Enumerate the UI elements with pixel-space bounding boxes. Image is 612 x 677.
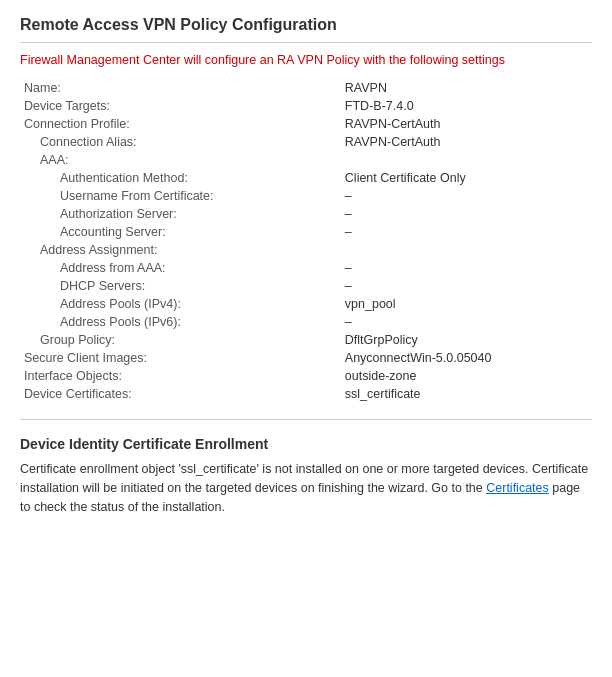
field-label: Interface Objects: bbox=[20, 367, 341, 385]
field-label: DHCP Servers: bbox=[20, 277, 341, 295]
table-row: Address from AAA:– bbox=[20, 259, 592, 277]
field-value: vpn_pool bbox=[341, 295, 592, 313]
table-row: Device Targets:FTD-B-7.4.0 bbox=[20, 97, 592, 115]
field-label: Address Assignment: bbox=[20, 241, 341, 259]
field-value: – bbox=[341, 205, 592, 223]
field-label: Secure Client Images: bbox=[20, 349, 341, 367]
field-label: Address Pools (IPv4): bbox=[20, 295, 341, 313]
table-row: Secure Client Images:AnyconnectWin-5.0.0… bbox=[20, 349, 592, 367]
enrollment-title: Device Identity Certificate Enrollment bbox=[20, 436, 592, 452]
table-row: Name:RAVPN bbox=[20, 79, 592, 97]
field-value: FTD-B-7.4.0 bbox=[341, 97, 592, 115]
page-title: Remote Access VPN Policy Configuration bbox=[20, 16, 592, 34]
table-row: Address Pools (IPv6):– bbox=[20, 313, 592, 331]
field-label: Connection Profile: bbox=[20, 115, 341, 133]
field-label: Connection Alias: bbox=[20, 133, 341, 151]
table-row: Connection Profile:RAVPN-CertAuth bbox=[20, 115, 592, 133]
field-label: AAA: bbox=[20, 151, 341, 169]
field-value bbox=[341, 151, 592, 169]
certificates-link[interactable]: Certificates bbox=[486, 481, 549, 495]
field-value: – bbox=[341, 223, 592, 241]
field-label: Address Pools (IPv6): bbox=[20, 313, 341, 331]
table-row: Group Policy:DfltGrpPolicy bbox=[20, 331, 592, 349]
table-row: Interface Objects:outside-zone bbox=[20, 367, 592, 385]
field-label: Device Certificates: bbox=[20, 385, 341, 403]
field-label: Name: bbox=[20, 79, 341, 97]
table-row: Username From Certificate:– bbox=[20, 187, 592, 205]
field-value bbox=[341, 241, 592, 259]
table-row: Address Assignment: bbox=[20, 241, 592, 259]
table-row: Address Pools (IPv4):vpn_pool bbox=[20, 295, 592, 313]
field-label: Authorization Server: bbox=[20, 205, 341, 223]
field-value: DfltGrpPolicy bbox=[341, 331, 592, 349]
field-value: – bbox=[341, 313, 592, 331]
config-table: Name:RAVPNDevice Targets:FTD-B-7.4.0Conn… bbox=[20, 79, 592, 403]
main-container: Remote Access VPN Policy Configuration F… bbox=[0, 0, 612, 532]
field-label: Device Targets: bbox=[20, 97, 341, 115]
field-value: – bbox=[341, 259, 592, 277]
table-row: Device Certificates:ssl_certificate bbox=[20, 385, 592, 403]
intro-text: Firewall Management Center will configur… bbox=[20, 53, 592, 67]
table-row: AAA: bbox=[20, 151, 592, 169]
field-value: – bbox=[341, 187, 592, 205]
field-value: AnyconnectWin-5.0.05040 bbox=[341, 349, 592, 367]
field-label: Authentication Method: bbox=[20, 169, 341, 187]
table-row: Authentication Method:Client Certificate… bbox=[20, 169, 592, 187]
field-value: ssl_certificate bbox=[341, 385, 592, 403]
field-value: RAVPN-CertAuth bbox=[341, 133, 592, 151]
enrollment-text: Certificate enrollment object 'ssl_certi… bbox=[20, 460, 592, 516]
table-row: Connection Alias:RAVPN-CertAuth bbox=[20, 133, 592, 151]
field-label: Accounting Server: bbox=[20, 223, 341, 241]
field-value: RAVPN-CertAuth bbox=[341, 115, 592, 133]
section-divider bbox=[20, 419, 592, 420]
field-label: Username From Certificate: bbox=[20, 187, 341, 205]
field-value: outside-zone bbox=[341, 367, 592, 385]
table-row: DHCP Servers:– bbox=[20, 277, 592, 295]
title-divider bbox=[20, 42, 592, 43]
field-value: RAVPN bbox=[341, 79, 592, 97]
field-label: Group Policy: bbox=[20, 331, 341, 349]
field-value: – bbox=[341, 277, 592, 295]
table-row: Authorization Server:– bbox=[20, 205, 592, 223]
table-row: Accounting Server:– bbox=[20, 223, 592, 241]
field-label: Address from AAA: bbox=[20, 259, 341, 277]
field-value: Client Certificate Only bbox=[341, 169, 592, 187]
